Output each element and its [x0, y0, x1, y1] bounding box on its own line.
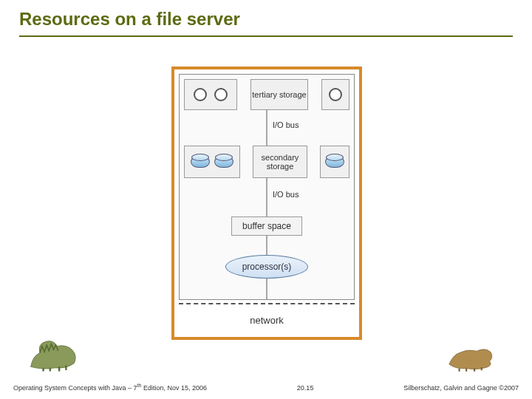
- footer-left-suffix: Edition, Nov 15, 2006: [141, 384, 207, 392]
- slide-title: Resources on a file server: [19, 9, 240, 30]
- tertiary-storage-label: tertiary storage: [250, 79, 308, 110]
- dinosaur-left-icon: [25, 332, 84, 372]
- tape-reel-icon: [329, 88, 342, 101]
- title-underline: [19, 35, 513, 37]
- disk-icon: [191, 156, 210, 168]
- network-label: network: [174, 315, 359, 326]
- tertiary-drive-pair: [184, 79, 237, 110]
- diagram-inner-panel: tertiary storage I/O bus secondary stora…: [179, 74, 355, 300]
- slide-footer: Operating System Concepts with Java – 7t…: [13, 383, 519, 392]
- tape-reel-icon: [194, 88, 207, 101]
- network-boundary-dashed: [179, 303, 355, 304]
- dinosaur-right-icon: [445, 337, 498, 372]
- footer-right: Silberschatz, Galvin and Gagne ©2007: [403, 384, 519, 392]
- disk-icon: [214, 156, 233, 168]
- tertiary-storage-row: tertiary storage: [184, 79, 349, 110]
- footer-left-prefix: Operating System Concepts with Java – 7: [13, 384, 137, 392]
- secondary-storage-row: secondary storage: [184, 146, 349, 178]
- io-bus-label-2: I/O bus: [273, 190, 299, 199]
- diagram-frame: tertiary storage I/O bus secondary stora…: [171, 66, 362, 340]
- secondary-storage-label: secondary storage: [253, 146, 307, 178]
- io-bus-label-1: I/O bus: [273, 120, 299, 129]
- footer-left: Operating System Concepts with Java – 7t…: [13, 383, 207, 392]
- processors-ellipse: processor(s): [225, 255, 308, 279]
- tertiary-drive-single: [321, 79, 349, 110]
- secondary-disk-pair: [184, 146, 240, 178]
- disk-icon: [325, 156, 344, 168]
- tape-reel-icon: [214, 88, 228, 101]
- footer-center: 20.15: [297, 384, 314, 392]
- buffer-space-box: buffer space: [231, 216, 302, 236]
- secondary-disk-single: [320, 146, 349, 178]
